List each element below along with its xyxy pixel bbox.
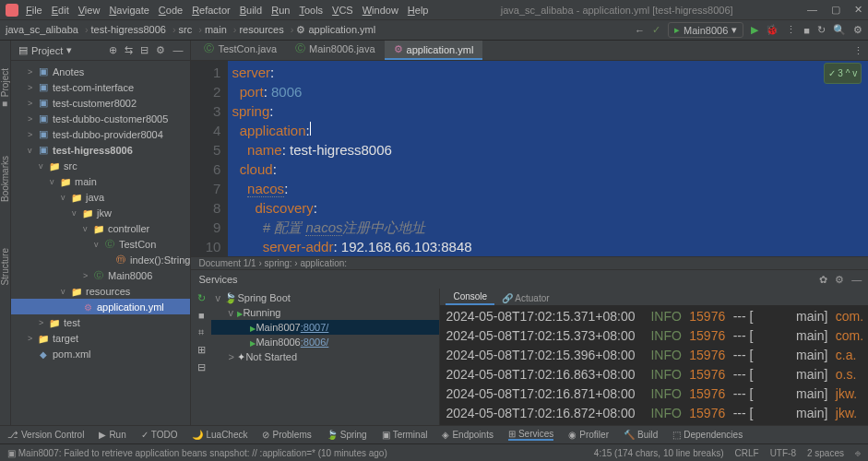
vcs-icon[interactable]: ✓	[652, 24, 660, 36]
editor-tab[interactable]: ⚙application.yml	[385, 41, 483, 60]
service-item[interactable]: v Running	[211, 305, 439, 320]
status-item[interactable]: ⎆	[855, 448, 861, 458]
editor-tab[interactable]: ⒸTestCon.java	[195, 39, 286, 60]
target-icon[interactable]: ⊕	[109, 44, 117, 56]
status-item[interactable]: 2 spaces	[807, 448, 844, 458]
inspection-widget[interactable]: ✓ 3 ^ v	[824, 63, 862, 84]
bookmarks-tool-tab[interactable]: Bookmarks	[0, 156, 10, 202]
tree-item[interactable]: application.yml	[11, 299, 190, 314]
menu-edit[interactable]: Edit	[52, 5, 69, 16]
settings-icon[interactable]: ⚙	[853, 24, 862, 36]
breadcrumb[interactable]: java_sc_alibaba›test-higress8006›src›mai…	[6, 24, 379, 36]
stop-button[interactable]: ■	[803, 25, 810, 36]
tree-item[interactable]: >test-customer8002	[11, 95, 190, 111]
run-config-dropdown[interactable]: ▸ Main8006 ▾	[668, 22, 743, 38]
tool-services[interactable]: ⊞Services	[508, 429, 553, 441]
status-icon[interactable]: ▣	[7, 448, 16, 458]
tool-luacheck[interactable]: 🌙LuaCheck	[192, 430, 247, 440]
service-item[interactable]: Main8007 :8007/	[211, 320, 439, 335]
menu-navigate[interactable]: Navigate	[109, 5, 149, 16]
rerun-icon[interactable]: ↻	[197, 292, 206, 304]
project-tree[interactable]: >Anotes>test-com-interface>test-customer…	[11, 61, 190, 425]
breadcrumb-item[interactable]: src	[179, 24, 193, 35]
vcs-update-icon[interactable]: ↻	[817, 24, 826, 36]
filter-icon[interactable]: ⌗	[198, 326, 204, 338]
hide-icon[interactable]: —	[851, 274, 862, 286]
console-tab[interactable]: Console	[446, 290, 494, 305]
tree-item[interactable]: >target	[11, 330, 190, 346]
editor-breadcrumb[interactable]: Document 1/1 › spring: › application:	[191, 256, 868, 269]
console-tab[interactable]: 🔗 Actuator	[494, 291, 556, 305]
tree-item[interactable]: >test-dubbo-customer8005	[11, 111, 190, 126]
tool-run[interactable]: ▶Run	[99, 430, 125, 440]
tree-item[interactable]: vresources	[11, 283, 190, 299]
tree-item[interactable]: vjava	[11, 189, 190, 205]
tree-item[interactable]: vcontroller	[11, 220, 190, 236]
tool-spring[interactable]: 🍃Spring	[327, 430, 367, 440]
service-item[interactable]: v 🍃 Spring Boot	[211, 290, 439, 305]
service-item[interactable]: Main8006 :8006/	[211, 335, 439, 349]
debug-button[interactable]: 🐞	[766, 24, 779, 36]
tree-item[interactable]: pom.xml	[11, 346, 190, 361]
code-editor[interactable]: 12345678910 server: port: 8006 spring: a…	[191, 61, 868, 256]
tree-item[interactable]: vsrc	[11, 158, 190, 173]
tool-terminal[interactable]: ▣Terminal	[382, 430, 428, 440]
menu-window[interactable]: Window	[363, 5, 398, 16]
menu-help[interactable]: Help	[408, 5, 429, 16]
hide-icon[interactable]: —	[172, 44, 183, 56]
breadcrumb-item[interactable]: test-higress8006	[91, 24, 166, 35]
status-item[interactable]: CRLF	[735, 448, 759, 458]
chevron-down-icon[interactable]: ▾	[66, 44, 72, 56]
tool-endpoints[interactable]: ◈Endpoints	[442, 430, 493, 440]
tree-item[interactable]: >Main8006	[11, 267, 190, 283]
console-output[interactable]: 2024-05-08T17:02:15.371+08:00 INFO 15976…	[440, 305, 868, 425]
tool-todo[interactable]: ✓TODO	[141, 430, 178, 440]
settings-icon[interactable]: ⚙	[835, 274, 844, 286]
minimize-icon[interactable]: —	[807, 4, 817, 15]
editor-tab[interactable]: ⒸMain8006.java	[286, 39, 385, 60]
tree-item[interactable]: vtest-higress8006	[11, 142, 190, 158]
status-item[interactable]: 4:15 (174 chars, 10 line breaks)	[594, 448, 724, 458]
tool-build[interactable]: 🔨Build	[624, 430, 658, 440]
menu-vcs[interactable]: VCS	[332, 5, 353, 16]
tree-item[interactable]: vmain	[11, 173, 190, 189]
menu-tools[interactable]: Tools	[299, 5, 323, 16]
project-tool-tab[interactable]: ■ Project	[0, 68, 10, 110]
breadcrumb-item[interactable]: ⚙ application.yml	[296, 24, 375, 35]
tool-problems[interactable]: ⊘Problems	[262, 430, 311, 440]
tree-item[interactable]: >test	[11, 314, 190, 330]
status-item[interactable]: UTF-8	[770, 448, 796, 458]
menu-view[interactable]: View	[78, 5, 101, 16]
gear-icon[interactable]: ⚙	[156, 44, 165, 56]
service-item[interactable]: > ✦ Not Started	[211, 349, 439, 364]
tree-item[interactable]: vTestCon	[11, 236, 190, 252]
search-icon[interactable]: 🔍	[833, 24, 846, 36]
stop-icon[interactable]: ■	[198, 310, 205, 321]
menu-run[interactable]: Run	[271, 5, 290, 16]
breadcrumb-item[interactable]: resources	[239, 24, 283, 35]
tab-options-icon[interactable]: ⋮	[848, 42, 868, 60]
more-run-icon[interactable]: ⋮	[786, 24, 796, 36]
close-icon[interactable]: ✕	[854, 4, 862, 15]
tree-item[interactable]: index():String	[11, 252, 190, 267]
menu-refactor[interactable]: Refactor	[192, 5, 231, 16]
collapse-icon[interactable]: ⊟	[140, 44, 149, 56]
tree-item[interactable]: >test-dubbo-provider8004	[11, 126, 190, 142]
back-icon[interactable]: ←	[635, 25, 645, 36]
tree-item[interactable]: >test-com-interface	[11, 79, 190, 95]
tree-item[interactable]: >Anotes	[11, 64, 190, 79]
menu-file[interactable]: File	[26, 5, 42, 16]
code-body[interactable]: server: port: 8006 spring: application: …	[228, 61, 868, 256]
expand-all-icon[interactable]: ⊞	[197, 344, 206, 356]
tool-dependencies[interactable]: ⬚Dependencies	[672, 430, 743, 440]
expand-icon[interactable]: ⇆	[125, 44, 133, 56]
tree-item[interactable]: vjkw	[11, 205, 190, 220]
tool-version-control[interactable]: ⎇Version Control	[7, 430, 84, 440]
run-button[interactable]: ▶	[751, 24, 758, 36]
gear-icon[interactable]: ✿	[819, 274, 827, 286]
maximize-icon[interactable]: ▢	[831, 4, 840, 15]
tool-profiler[interactable]: ◉Profiler	[568, 430, 609, 440]
structure-tool-tab[interactable]: Structure	[0, 248, 10, 286]
menu-code[interactable]: Code	[159, 5, 183, 16]
breadcrumb-item[interactable]: main	[205, 24, 227, 35]
